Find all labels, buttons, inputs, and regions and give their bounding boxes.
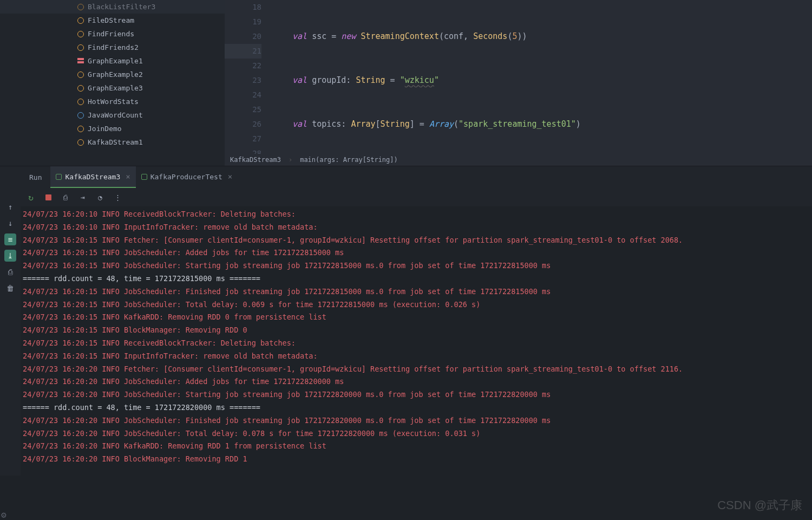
tree-label: GraphExample2: [88, 70, 143, 79]
exit-icon[interactable]: ⇥: [78, 192, 88, 202]
up-arrow-icon[interactable]: ↑: [4, 201, 16, 213]
more-icon[interactable]: ⋮: [113, 192, 122, 202]
console-line: 24/07/23 16:20:15 INFO JobScheduler: Fin…: [23, 285, 810, 298]
tree-label: BlackListFilter3: [88, 3, 155, 11]
line-number[interactable]: 26: [225, 117, 261, 132]
line-number[interactable]: 28: [225, 146, 261, 154]
run-tab[interactable]: KafkaProducerTest ×: [136, 166, 238, 188]
java-class-icon: [77, 112, 84, 119]
console-line: 24/07/23 16:20:15 INFO JobScheduler: Sta…: [23, 259, 810, 272]
console-line: 24/07/23 16:20:20 INFO JobScheduler: Add…: [23, 375, 810, 388]
scala-object-icon: [77, 3, 84, 11]
tree-item[interactable]: JavaWordCount: [0, 108, 225, 122]
scala-package-icon: [77, 57, 84, 65]
console-line: 24/07/23 16:20:15 INFO ReceivedBlockTrac…: [23, 337, 810, 350]
console-line: 24/07/23 16:20:20 INFO Fetcher: [Consume…: [23, 363, 810, 376]
tree-item[interactable]: JoinDemo: [0, 122, 225, 135]
watermark: CSDN @武子康: [717, 497, 802, 514]
camera-icon[interactable]: ⎙: [61, 192, 70, 202]
console-output[interactable]: 24/07/23 16:20:10 INFO ReceivedBlockTrac…: [21, 206, 812, 476]
tree-label: KafkaDStream1: [88, 138, 143, 146]
scala-object-icon: [77, 125, 84, 133]
console-line: 24/07/23 16:20:10 INFO ReceivedBlockTrac…: [23, 208, 810, 221]
console-line: ====== rdd.count = 48, time = 1721722820…: [23, 401, 810, 414]
breadcrumb[interactable]: KafkaDStream3 › main(args: Array[String]…: [225, 154, 812, 166]
tree-item[interactable]: FileDStream: [0, 14, 225, 27]
chevron-right-icon: ›: [289, 156, 292, 164]
tree-label: GraphExample3: [88, 84, 143, 92]
profiler-icon[interactable]: ◔: [95, 192, 105, 202]
tree-item[interactable]: BlackListFilter3: [0, 0, 225, 14]
console-line: 24/07/23 16:20:20 INFO JobScheduler: Sta…: [23, 388, 810, 401]
rerun-icon[interactable]: ↻: [26, 192, 36, 202]
run-toolbar: ↻ ⎙ ⇥ ◔ ⋮: [21, 188, 812, 206]
console-line: ====== rdd.count = 48, time = 1721722815…: [23, 272, 810, 285]
tree-label: FindFriends2: [88, 43, 139, 51]
line-number[interactable]: 23: [225, 73, 261, 88]
tree-label: HotWordStats: [88, 98, 139, 106]
console-line: 24/07/23 16:20:15 INFO JobScheduler: Tot…: [23, 298, 810, 311]
breadcrumb-item[interactable]: KafkaDStream3: [230, 156, 281, 164]
tab-label: KafkaDStream3: [65, 173, 120, 181]
trash-icon[interactable]: 🗑: [4, 282, 16, 294]
console-line: 24/07/23 16:20:20 INFO BlockManager: Rem…: [23, 453, 810, 466]
scala-object-icon: [77, 30, 84, 38]
line-gutter[interactable]: 18 19 20 21 22 23 24 25 26 27 28: [225, 0, 273, 154]
breadcrumb-item[interactable]: main(args: Array[String]): [300, 156, 398, 164]
tree-label: FileDStream: [88, 16, 134, 24]
line-number[interactable]: 19: [225, 15, 261, 29]
down-arrow-icon[interactable]: ↓: [4, 217, 16, 229]
tree-item[interactable]: FindFriends: [0, 27, 225, 41]
code-body[interactable]: val ssc = new StreamingContext(conf, Sec…: [273, 0, 812, 154]
tree-item[interactable]: HotWordStats: [0, 95, 225, 108]
line-number[interactable]: 27: [225, 132, 261, 146]
run-tabs: Run KafkaDStream3 × KafkaProducerTest ×: [21, 166, 812, 188]
console-line: 24/07/23 16:20:20 INFO KafkaRDD: Removin…: [23, 440, 810, 453]
scala-object-icon: [77, 84, 84, 92]
console-line: 24/07/23 16:20:20 INFO JobScheduler: Tot…: [23, 427, 810, 440]
close-icon[interactable]: ×: [228, 172, 232, 181]
line-number[interactable]: 22: [225, 58, 261, 73]
console-line: 24/07/23 16:20:15 INFO JobScheduler: Add…: [23, 246, 810, 259]
line-number[interactable]: 25: [225, 102, 261, 117]
scala-object-icon: [77, 71, 84, 79]
run-config-icon: [56, 174, 62, 180]
soft-wrap-icon[interactable]: ≡: [4, 233, 16, 245]
run-config-icon: [141, 174, 147, 180]
tree-label: FindFriends: [88, 30, 134, 38]
run-left-rail: ↑ ↓ ≡ ⤓ ⎙ 🗑: [0, 166, 21, 476]
stop-icon[interactable]: [43, 192, 53, 202]
console-line: 24/07/23 16:20:20 INFO JobScheduler: Fin…: [23, 414, 810, 427]
run-tool-window: ↑ ↓ ≡ ⤓ ⎙ 🗑 Run KafkaDStream3 × KafkaPro…: [0, 166, 812, 476]
scala-object-icon: [77, 17, 84, 24]
console-line: 24/07/23 16:20:15 INFO Fetcher: [Consume…: [23, 234, 810, 247]
close-icon[interactable]: ×: [126, 172, 130, 181]
run-tab[interactable]: KafkaDStream3 ×: [50, 166, 135, 188]
tree-item[interactable]: GraphExample2: [0, 68, 225, 81]
line-number[interactable]: 21: [225, 44, 261, 58]
code-editor[interactable]: 18 19 20 21 22 23 24 25 26 27 28 val ssc…: [225, 0, 812, 166]
project-tree[interactable]: BlackListFilter3 FileDStream FindFriends…: [0, 0, 225, 166]
tree-label: JoinDemo: [88, 125, 122, 133]
tree-item[interactable]: FindFriends2: [0, 41, 225, 54]
console-line: 24/07/23 16:20:10 INFO InputInfoTracker:…: [23, 221, 810, 234]
tree-label: JavaWordCount: [88, 111, 143, 119]
tab-label: KafkaProducerTest: [150, 173, 222, 181]
run-label[interactable]: Run: [21, 168, 50, 187]
line-number[interactable]: 20: [225, 29, 261, 44]
print-icon[interactable]: ⎙: [4, 266, 16, 278]
tree-label: GraphExample1: [88, 57, 143, 65]
tree-item[interactable]: KafkaDStream1: [0, 135, 225, 149]
tree-item[interactable]: GraphExample1: [0, 54, 225, 68]
console-line: 24/07/23 16:20:15 INFO InputInfoTracker:…: [23, 350, 810, 363]
scroll-to-end-icon[interactable]: ⤓: [4, 250, 16, 262]
tree-item[interactable]: GraphExample3: [0, 81, 225, 95]
scala-object-icon: [77, 44, 84, 51]
gear-icon[interactable]: ⚙: [1, 510, 6, 520]
scala-object-icon: [77, 139, 84, 146]
console-line: 24/07/23 16:20:15 INFO KafkaRDD: Removin…: [23, 311, 810, 324]
line-number[interactable]: 18: [225, 0, 261, 15]
scala-object-icon: [77, 98, 84, 106]
line-number[interactable]: 24: [225, 88, 261, 102]
console-line: 24/07/23 16:20:15 INFO BlockManager: Rem…: [23, 324, 810, 337]
